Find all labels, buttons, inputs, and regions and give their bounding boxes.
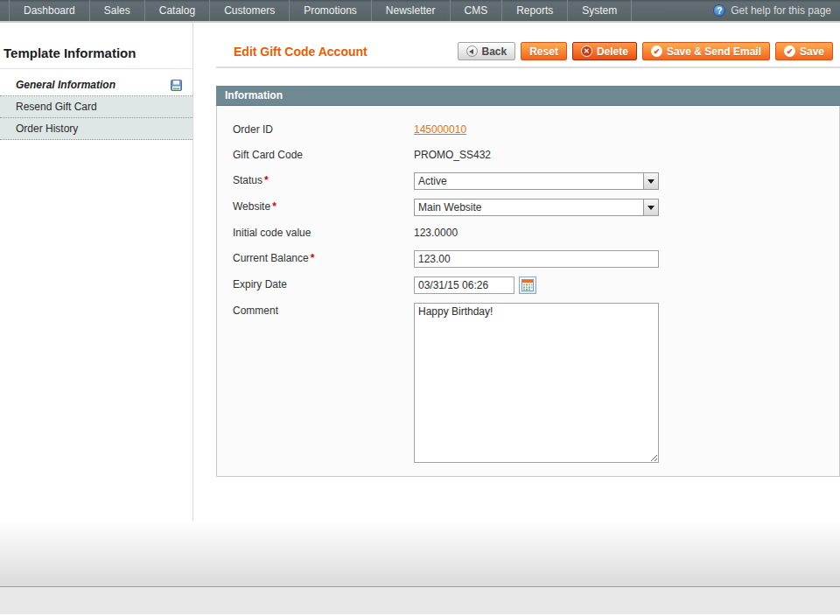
page-title: Edit Gift Code Account (234, 45, 368, 59)
website-select[interactable]: Main Website (414, 199, 659, 216)
status-selected-value: Active (415, 173, 643, 189)
panel-title: Information (225, 89, 283, 102)
calendar-picker-button[interactable] (519, 276, 536, 294)
form-row-order-id: Order ID 145000010 (233, 122, 839, 138)
sidebar-item-label: Order History (16, 122, 78, 135)
nav-item-catalog[interactable]: Catalog (145, 0, 210, 21)
sidebar-title: Template Information (0, 23, 192, 69)
comment-textarea[interactable]: Happy Birthday! (414, 303, 659, 463)
form-row-expiry-date: Expiry Date (233, 276, 839, 294)
back-button[interactable]: Back (458, 42, 516, 60)
nav-item-system[interactable]: System (568, 0, 632, 21)
check-circle-icon: ✔ (651, 46, 662, 57)
expiry-date-input[interactable] (414, 276, 514, 294)
back-arrow-icon (466, 46, 478, 57)
delete-button-label: Delete (597, 46, 628, 58)
nav-item-sales[interactable]: Sales (90, 0, 145, 21)
gift-card-code-label: Gift Card Code (233, 147, 414, 164)
comment-label: Comment (233, 303, 414, 463)
label-text: Initial code value (233, 227, 311, 239)
nav-item-cms[interactable]: CMS (451, 0, 503, 21)
nav-item-newsletter[interactable]: Newsletter (372, 0, 451, 21)
label-text: Comment (233, 304, 278, 317)
expiry-date-label: Expiry Date (233, 276, 414, 294)
label-text: Website (233, 200, 270, 213)
content-header: Edit Gift Code Account Back Reset ✕ Dele… (216, 42, 840, 68)
save-and-send-email-button[interactable]: ✔ Save & Send Email (642, 42, 770, 60)
nav-item-customers[interactable]: Customers (210, 0, 290, 21)
sidebar-tabs: General Information Resend Gift Card Ord… (0, 74, 192, 140)
nav-item-reports[interactable]: Reports (502, 0, 568, 21)
footer-bar (0, 586, 840, 614)
question-circle-icon: ? (713, 4, 725, 17)
nav-item-dashboard[interactable]: Dashboard (9, 0, 90, 21)
nav-item-promotions[interactable]: Promotions (290, 0, 372, 21)
sidebar-item-label: General Information (16, 79, 116, 91)
action-buttons: Back Reset ✕ Delete ✔ Save & Send Email … (458, 42, 833, 60)
save-button[interactable]: ✔ Save (775, 42, 833, 60)
check-circle-icon: ✔ (784, 46, 795, 57)
main-content: Edit Gift Code Account Back Reset ✕ Dele… (193, 23, 840, 521)
required-marker: * (272, 200, 276, 213)
sidebar: Template Information General Information… (0, 23, 193, 521)
sidebar-item-resend-gift-card[interactable]: Resend Gift Card (0, 96, 192, 118)
status-select[interactable]: Active (414, 172, 659, 190)
form-row-website: Website* Main Website (233, 199, 839, 216)
sidebar-item-general-information[interactable]: General Information (0, 74, 192, 96)
chevron-down-icon (643, 173, 658, 189)
website-label: Website* (233, 199, 414, 216)
help-link[interactable]: ? Get help for this page (713, 0, 831, 21)
label-text: Gift Card Code (233, 149, 303, 161)
initial-code-value: 123.0000 (414, 225, 458, 242)
chevron-down-icon (643, 200, 658, 215)
reset-button[interactable]: Reset (521, 42, 567, 60)
sidebar-item-label: Resend Gift Card (16, 101, 97, 113)
delete-x-icon: ✕ (581, 46, 592, 57)
form-row-current-balance: Current Balance* (233, 250, 839, 268)
current-balance-label: Current Balance* (233, 250, 414, 268)
nav-menu: Dashboard Sales Catalog Customers Promot… (0, 0, 632, 21)
reset-button-label: Reset (529, 46, 558, 58)
save-button-label: Save (800, 46, 824, 58)
gift-card-code-value: PROMO_SS432 (414, 147, 491, 164)
form-row-comment: Comment Happy Birthday! (233, 303, 839, 463)
initial-code-value-label: Initial code value (233, 225, 414, 242)
back-button-label: Back (482, 46, 508, 58)
required-marker: * (311, 252, 315, 264)
current-balance-input[interactable] (414, 250, 659, 268)
label-text: Status (233, 174, 262, 186)
label-text: Current Balance (233, 252, 309, 264)
page-bottom-gradient (0, 521, 840, 586)
order-id-link[interactable]: 145000010 (414, 122, 466, 138)
website-selected-value: Main Website (415, 200, 643, 215)
status-label: Status* (233, 172, 414, 190)
sidebar-item-order-history[interactable]: Order History (0, 118, 192, 140)
label-text: Order ID (233, 123, 273, 136)
label-text: Expiry Date (233, 278, 287, 290)
order-id-label: Order ID (233, 122, 414, 138)
form-row-initial-code-value: Initial code value 123.0000 (233, 225, 839, 242)
information-panel-header: Information (216, 86, 840, 106)
delete-button[interactable]: ✕ Delete (572, 42, 637, 60)
save-send-email-label: Save & Send Email (667, 46, 761, 58)
form-row-gift-card-code: Gift Card Code PROMO_SS432 (233, 147, 839, 164)
required-marker: * (264, 174, 269, 186)
help-label: Get help for this page (731, 4, 831, 17)
top-nav-bar: Dashboard Sales Catalog Customers Promot… (0, 0, 840, 23)
floppy-save-icon (171, 80, 182, 91)
information-fieldset: Order ID 145000010 Gift Card Code PROMO_… (216, 106, 840, 477)
calendar-icon (522, 279, 534, 291)
information-panel: Information Order ID 145000010 Gift Card… (216, 86, 840, 477)
form-row-status: Status* Active (233, 172, 839, 190)
